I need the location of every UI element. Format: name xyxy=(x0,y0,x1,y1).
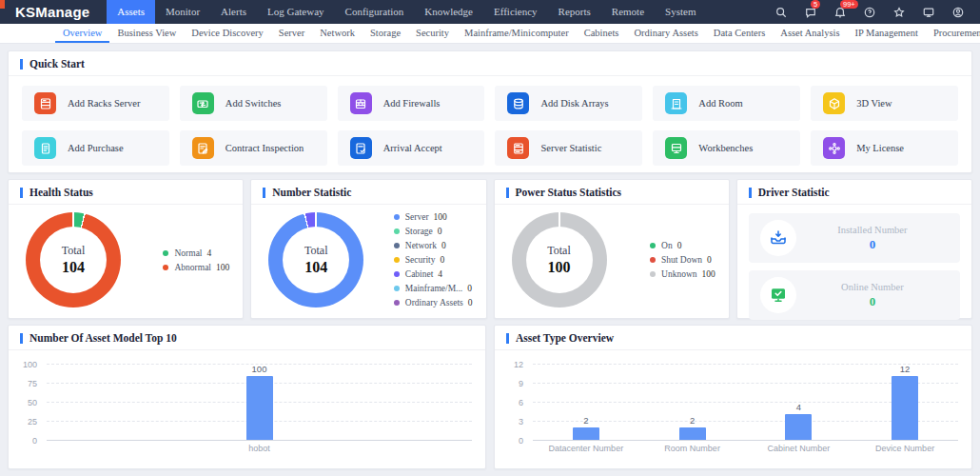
bar-slot: 2 xyxy=(533,364,639,440)
top-menu: AssetsMonitorAlertsLog GatewayConfigurat… xyxy=(107,0,706,24)
legend-item-security[interactable]: Security0 xyxy=(394,255,473,265)
cube-3d-icon xyxy=(823,92,845,114)
legend-item-server[interactable]: Server100 xyxy=(394,212,473,222)
quick-start-card-add-disk-arrays[interactable]: Add Disk Arrays xyxy=(495,86,642,121)
legend-item-mainframe-m-[interactable]: Mainframe/M...0 xyxy=(394,284,473,293)
search-icon[interactable] xyxy=(774,6,788,19)
quick-start-card-label: 3D View xyxy=(856,98,892,109)
topnav-item-remote[interactable]: Remote xyxy=(601,0,655,24)
driver-row-value: 0 xyxy=(870,237,876,252)
favorite-star-icon[interactable] xyxy=(892,6,906,19)
quick-start-card-add-racks-server[interactable]: Add Racks Server xyxy=(22,86,169,121)
purchase-icon xyxy=(34,137,56,159)
quick-start-card-label: Server Statistic xyxy=(540,143,601,153)
legend-item-abnormal[interactable]: Abnormal100 xyxy=(163,263,229,272)
subnav-item-device-discovery[interactable]: Device Discovery xyxy=(184,24,271,43)
bar-chart-plot: 0255075100100 xyxy=(47,364,472,440)
asset-model-bar-chart: 0255075100100hobot xyxy=(9,350,485,457)
subnav-item-security[interactable]: Security xyxy=(408,24,457,43)
quick-start-card-server-statistic[interactable]: Server Statistic xyxy=(495,130,642,166)
topnav-item-alerts[interactable]: Alerts xyxy=(210,0,257,24)
charts-row: Number Of Asset Model Top 10 02550751001… xyxy=(8,325,972,469)
health-donut-chart: Total104Normal4Abnormal100 xyxy=(9,205,243,315)
quick-start-panel: Quick Start Add Racks ServerAdd Switches… xyxy=(8,50,972,173)
quick-start-card-label: Workbenches xyxy=(698,143,753,153)
topnav-item-efficiency[interactable]: Efficiency xyxy=(483,0,548,24)
donut-ring: Total100 xyxy=(512,212,607,307)
quick-start-card-my-license[interactable]: My License xyxy=(811,130,958,166)
legend-item-ordinary-assets[interactable]: Ordinary Assets0 xyxy=(394,298,473,307)
quick-start-card-add-purchase[interactable]: Add Purchase xyxy=(22,130,169,166)
user-icon[interactable] xyxy=(951,6,965,19)
topnav-item-assets[interactable]: Assets xyxy=(107,0,155,24)
bar-slot: 100 xyxy=(47,364,472,440)
title-accent-bar xyxy=(506,188,509,198)
message-badge: 5 xyxy=(811,0,820,9)
bar[interactable] xyxy=(246,376,273,440)
power-status-panel: Power Status Statistics Total100On0Shut … xyxy=(494,179,730,319)
asset-model-top10-title: Number Of Asset Model Top 10 xyxy=(29,332,177,344)
bar-value-label: 2 xyxy=(690,415,695,426)
topnav-item-knowledge[interactable]: Knowledge xyxy=(414,0,483,24)
quick-start-card-add-firewalls[interactable]: Add Firewalls xyxy=(338,86,485,121)
quick-start-card-label: Add Disk Arrays xyxy=(540,98,608,109)
subnav-item-storage[interactable]: Storage xyxy=(363,24,408,43)
donut-ring: Total104 xyxy=(268,212,363,307)
alert-badge: 99+ xyxy=(840,0,858,9)
asset-type-overview-title: Asset Type Overview xyxy=(516,332,614,344)
legend-item-unknown[interactable]: Unknown100 xyxy=(650,269,715,279)
quick-start-card-add-switches[interactable]: Add Switches xyxy=(180,86,327,121)
legend-item-network[interactable]: Network0 xyxy=(394,241,473,250)
driver-row-label: Online Number xyxy=(841,282,904,292)
rack-server-icon xyxy=(34,92,56,114)
bar-slot: 4 xyxy=(746,364,853,440)
donut-center-value: 100 xyxy=(548,259,571,276)
help-icon[interactable] xyxy=(863,6,876,19)
topnav-item-reports[interactable]: Reports xyxy=(548,0,601,24)
bar[interactable] xyxy=(785,414,812,440)
number-statistic-panel: Number Statistic Total104Server100Storag… xyxy=(250,179,486,319)
title-accent-bar xyxy=(263,188,265,198)
quick-start-card-workbenches[interactable]: Workbenches xyxy=(653,130,800,166)
quick-start-card-contract-inspection[interactable]: Contract Inspection xyxy=(180,130,327,166)
subnav-item-network[interactable]: Network xyxy=(312,24,363,43)
legend-item-shut-down[interactable]: Shut Down0 xyxy=(650,255,715,265)
bar[interactable] xyxy=(892,376,918,440)
corner-marker xyxy=(0,0,5,9)
topnav-item-monitor[interactable]: Monitor xyxy=(155,0,210,24)
message-icon[interactable]: 5 xyxy=(804,6,817,19)
bar-chart-categories: Datacenter NumberRoom NumberCabinet Numb… xyxy=(533,444,958,453)
subnav-item-business-view[interactable]: Business View xyxy=(109,24,184,43)
subnav-item-overview[interactable]: Overview xyxy=(55,24,109,43)
subnav-item-cabinets[interactable]: Cabinets xyxy=(577,24,627,43)
app-logo[interactable]: KSManage xyxy=(0,0,107,24)
legend-item-cabinet[interactable]: Cabinet4 xyxy=(394,269,473,279)
subnav-item-mainframe-minicomputer[interactable]: Mainframe/Minicomputer xyxy=(457,24,577,43)
top-right-icons: 5 99+ xyxy=(774,0,980,24)
quick-start-card-label: Add Firewalls xyxy=(383,98,441,109)
quick-start-card-add-room[interactable]: Add Room xyxy=(653,86,800,121)
bar[interactable] xyxy=(679,427,706,440)
subnav-item-procurement-and-acceptance[interactable]: Procurement And Acceptance xyxy=(926,24,980,43)
subnav-item-server[interactable]: Server xyxy=(271,24,312,43)
topnav-item-system[interactable]: System xyxy=(655,0,706,24)
category-label-device-number: Device Number xyxy=(852,444,958,453)
legend-item-storage[interactable]: Storage0 xyxy=(394,227,473,236)
quick-start-card-label: Add Purchase xyxy=(68,143,124,153)
legend-item-normal[interactable]: Normal4 xyxy=(163,248,229,258)
topnav-item-log-gateway[interactable]: Log Gateway xyxy=(257,0,335,24)
legend-item-on[interactable]: On0 xyxy=(650,241,715,250)
alert-bell-icon[interactable]: 99+ xyxy=(833,6,847,19)
subnav-item-ip-management[interactable]: IP Management xyxy=(847,24,925,43)
subnav-item-data-centers[interactable]: Data Centers xyxy=(706,24,774,43)
title-accent-bar xyxy=(20,188,23,198)
display-icon[interactable] xyxy=(922,6,935,19)
subnav-item-asset-analysis[interactable]: Asset Analysis xyxy=(773,24,847,43)
donut-legend: Server100Storage0Network0Security0Cabine… xyxy=(394,212,473,307)
quick-start-card-arrival-accept[interactable]: Arrival Accept xyxy=(338,130,485,166)
subnav-item-ordinary-assets[interactable]: Ordinary Assets xyxy=(626,24,705,43)
quick-start-card-3d-view[interactable]: 3D View xyxy=(811,86,958,121)
bar[interactable] xyxy=(573,427,599,440)
bar-chart-categories: hobot xyxy=(47,444,472,453)
topnav-item-configuration[interactable]: Configuration xyxy=(335,0,415,24)
